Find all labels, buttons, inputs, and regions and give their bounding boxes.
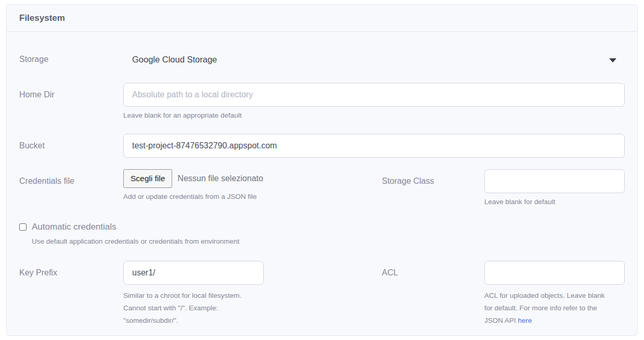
bucket-row: Bucket [19, 134, 625, 158]
chevron-down-icon [609, 58, 616, 62]
automatic-credentials-group: Automatic credentials Use default applic… [19, 221, 625, 246]
json-api-link[interactable]: here [518, 317, 532, 324]
home-dir-input[interactable] [123, 83, 625, 107]
automatic-credentials-checkbox[interactable] [19, 223, 27, 231]
choose-file-button[interactable]: Scegli file [123, 169, 172, 188]
key-prefix-help-line: Similar to a chroot for local filesystem… [123, 289, 264, 302]
home-dir-label: Home Dir [19, 83, 123, 100]
panel-body: Storage Google Cloud Storage Home Dir Le… [7, 32, 637, 335]
storage-class-help: Leave blank for default [484, 197, 625, 207]
acl-input[interactable] [484, 261, 625, 285]
home-dir-help: Leave blank for an appropriate default [123, 111, 625, 120]
credentials-storage-class-row: Credentials file Scegli file Nessun file… [19, 169, 625, 207]
bucket-input[interactable] [123, 134, 625, 158]
credentials-file-input: Scegli file Nessun file selezionato [123, 169, 382, 188]
filesystem-panel: Filesystem Storage Google Cloud Storage … [6, 4, 638, 336]
credentials-file-label: Credentials file [19, 169, 123, 186]
credentials-file-help: Add or update credentials from a JSON fi… [123, 192, 382, 202]
panel-header: Filesystem [7, 5, 637, 32]
storage-class-input[interactable] [484, 169, 625, 193]
key-prefix-label: Key Prefix [19, 261, 123, 278]
key-prefix-help: Similar to a chroot for local filesystem… [123, 289, 264, 327]
storage-class-label: Storage Class [382, 169, 484, 186]
key-prefix-acl-row: Key Prefix Similar to a chroot for local… [19, 261, 625, 327]
key-prefix-help-line: "somedir/subdir/". [123, 314, 264, 327]
bucket-label: Bucket [19, 134, 123, 151]
acl-help-line: JSON API here [484, 314, 625, 327]
key-prefix-input[interactable] [123, 261, 264, 285]
acl-help: ACL for uploaded objects. Leave blank fo… [484, 289, 625, 327]
storage-select[interactable]: Google Cloud Storage [123, 47, 625, 71]
automatic-credentials-label[interactable]: Automatic credentials [32, 221, 117, 233]
storage-label: Storage [19, 47, 123, 65]
storage-select-value: Google Cloud Storage [132, 55, 217, 65]
file-status-text: Nessun file selezionato [177, 174, 263, 183]
key-prefix-help-line: Cannot start with "/". Example: [123, 302, 264, 314]
acl-label: ACL [382, 261, 484, 278]
automatic-credentials-help: Use default application credentials or c… [32, 237, 625, 246]
home-dir-row: Home Dir Leave blank for an appropriate … [19, 83, 625, 120]
panel-title: Filesystem [19, 13, 625, 23]
acl-help-line: ACL for uploaded objects. Leave blank [484, 289, 625, 302]
storage-row: Storage Google Cloud Storage [19, 47, 625, 71]
acl-help-line: for default. For more info refer to the [484, 302, 625, 314]
